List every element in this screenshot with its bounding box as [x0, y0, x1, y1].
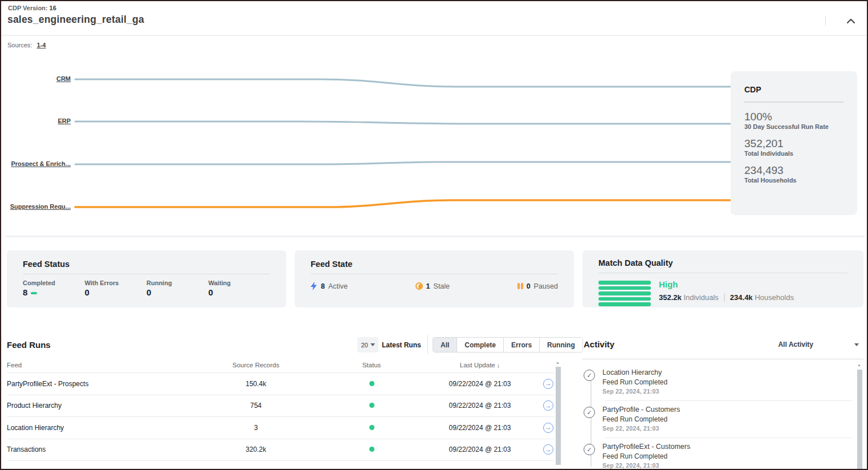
stale-feeds-stat: 1 Stale: [415, 282, 450, 290]
active-count: 8: [321, 282, 325, 290]
cdp-panel-divider: [744, 102, 843, 103]
source-link-prospect[interactable]: Prospect & Enrich...: [1, 160, 71, 167]
feed-name: Transactions: [7, 445, 46, 453]
feed-runs-title: Feed Runs: [7, 340, 51, 350]
col-feed[interactable]: Feed: [7, 362, 22, 368]
open-feed-run-button[interactable]: →: [543, 423, 553, 433]
sources-range-link[interactable]: 1-4: [36, 42, 46, 48]
match-quality-card: Match Data Quality High 352.2k Individua…: [582, 250, 863, 307]
activity-time: Sep 22, 2024, 21:03: [602, 462, 690, 469]
with-errors-stat: With Errors 0: [85, 279, 147, 297]
activity-item[interactable]: ✓ Location Hierarchy Feed Run Completed …: [584, 364, 851, 400]
lightning-icon: [311, 282, 317, 290]
feed-state-title: Feed State: [311, 260, 558, 269]
table-row[interactable]: Transactions 320.2k 09/22/2024 @ 21:03 →: [7, 439, 554, 461]
status-success-icon: [369, 403, 374, 408]
open-feed-run-button[interactable]: →: [543, 400, 553, 411]
feed-status-title: Feed Status: [23, 260, 270, 269]
chevron-down-icon: [370, 343, 375, 346]
filter-errors-button[interactable]: Errors: [504, 338, 540, 352]
cdp-run-rate-stat: 100% 30 Day Successful Run Rate: [744, 111, 843, 130]
cdp-dashboard: CDP Version: 16 sales_engineering_retail…: [0, 0, 868, 470]
activity-item[interactable]: ✓ PartyProfile - Customers Feed Run Comp…: [584, 401, 851, 437]
source-link-suppression[interactable]: Suppression Requ...: [1, 203, 71, 210]
col-status[interactable]: Status: [326, 362, 417, 368]
feed-status-divider: [23, 274, 270, 274]
filter-all-button[interactable]: All: [433, 338, 457, 352]
quality-bars-icon: [598, 279, 651, 306]
table-row[interactable]: Product Hierarchy 754 09/22/2024 @ 21:03…: [7, 395, 554, 418]
stale-icon: [415, 282, 423, 290]
feed-runs-table: Feed Source Records Status Last Update↓ …: [7, 360, 554, 461]
cdp-version: CDP Version: 16: [8, 5, 56, 11]
collapse-panel-button[interactable]: [843, 14, 859, 29]
individuals-value: 352,201: [744, 137, 843, 150]
table-header: Feed Source Records Status Last Update↓: [7, 360, 554, 373]
waiting-stat: Waiting 0: [209, 279, 271, 297]
filter-complete-button[interactable]: Complete: [457, 338, 504, 352]
match-quality-title: Match Data Quality: [598, 258, 847, 268]
completed-indicator-icon: [31, 292, 37, 294]
source-records: 754: [210, 402, 301, 410]
running-stat: Running 0: [146, 279, 209, 297]
chevron-up-icon: [847, 19, 855, 23]
activity-event: Feed Run Completed: [602, 378, 667, 386]
cdp-individuals-stat: 352,201 Total Individuals: [744, 137, 843, 157]
activity-name: PartyProfileExt - Customers: [602, 443, 690, 451]
match-households-label: Households: [755, 293, 794, 302]
last-update: 09/22/2024 @ 21:03: [429, 380, 531, 388]
feed-status-card: Feed Status Completed 8 With Errors 0 Ru…: [7, 250, 286, 307]
cdp-version-value: 16: [50, 5, 56, 11]
col-source-records[interactable]: Source Records: [210, 362, 301, 368]
quality-level: High: [659, 279, 794, 289]
header-separator: [825, 16, 826, 26]
flow-line-erp: [75, 121, 731, 124]
activity-name: Location Hierarchy: [602, 368, 667, 376]
sources-bar: Sources:1-4: [7, 42, 46, 48]
stale-count: 1: [426, 282, 430, 290]
last-update: 09/22/2024 @ 21:03: [429, 424, 531, 432]
match-households-value: 234.4k: [730, 293, 753, 302]
open-feed-run-button[interactable]: →: [543, 444, 553, 455]
households-label: Total Households: [744, 177, 843, 184]
last-update: 09/22/2024 @ 21:03: [429, 402, 531, 410]
activity-title: Activity: [584, 339, 614, 349]
flow-line-suppression: [75, 200, 731, 207]
paused-feeds-stat: 0 Paused: [517, 282, 558, 290]
activity-event: Feed Run Completed: [602, 415, 680, 423]
households-value: 234,493: [744, 164, 843, 177]
run-rate-value: 100%: [744, 111, 843, 123]
open-feed-run-button[interactable]: →: [543, 379, 553, 389]
source-records: 320.2k: [210, 445, 301, 453]
filter-running-button[interactable]: Running: [540, 338, 582, 352]
with-errors-value: 0: [85, 287, 147, 297]
col-last-update[interactable]: Last Update↓: [429, 362, 531, 368]
header-divider: [1, 35, 867, 36]
section-divider: [6, 236, 865, 237]
active-feeds-stat: 8 Active: [311, 282, 348, 290]
table-scrollbar[interactable]: [556, 367, 561, 465]
activity-filter-select[interactable]: All Activity: [736, 341, 859, 349]
source-link-crm[interactable]: CRM: [1, 75, 71, 82]
activity-scrollbar[interactable]: [857, 370, 862, 469]
latest-runs-label: Latest Runs: [382, 341, 421, 349]
run-filter-group: All Complete Errors Running: [433, 337, 583, 352]
table-row[interactable]: PartyProfileExt - Prospects 150.4k 09/22…: [7, 373, 554, 395]
individuals-label: Total Individuals: [744, 150, 843, 157]
activity-scroll-up-icon[interactable]: ▲: [857, 363, 861, 367]
activity-item[interactable]: ✓ PartyProfileExt - Customers Feed Run C…: [584, 438, 851, 470]
check-circle-icon: ✓: [584, 407, 595, 418]
source-link-erp[interactable]: ERP: [1, 118, 71, 124]
running-label: Running: [146, 279, 209, 286]
feed-state-divider: [311, 274, 558, 274]
cdp-version-label: CDP Version:: [8, 5, 48, 11]
page-size-select[interactable]: 20: [357, 337, 378, 352]
page-title: sales_engineering_retail_ga: [7, 14, 144, 26]
with-errors-label: With Errors: [85, 279, 147, 286]
chevron-down-icon: [854, 343, 859, 346]
activity-filter-value: All Activity: [778, 341, 813, 349]
table-row[interactable]: Location Hierarchy 3 09/22/2024 @ 21:03 …: [7, 417, 554, 439]
activity-name: PartyProfile - Customers: [602, 406, 680, 414]
table-scroll-up-icon[interactable]: ▲: [556, 360, 560, 364]
feed-state-card: Feed State 8 Active 1 Stale 0 Paused: [295, 250, 574, 307]
